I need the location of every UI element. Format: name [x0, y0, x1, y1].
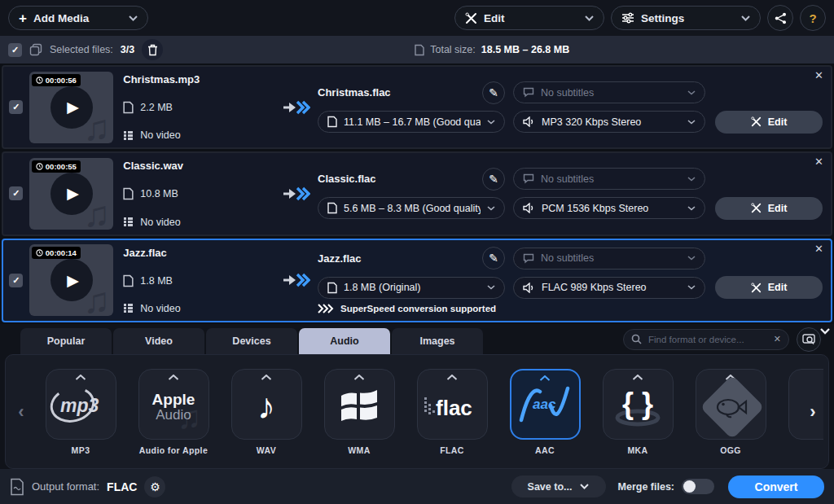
tab-images[interactable]: Images: [392, 328, 483, 354]
duration-badge: 00:00:56: [32, 74, 81, 86]
format-audio-for-apple[interactable]: ♫ Apple Audio Audio for Apple: [138, 369, 209, 455]
video-status: No video: [140, 129, 180, 141]
format-wav[interactable]: ♪ WAV: [230, 369, 302, 455]
play-button[interactable]: ▶: [50, 173, 93, 215]
superspeed-text: SuperSpeed conversion supported: [340, 304, 496, 313]
tab-devices[interactable]: Devices: [206, 328, 297, 354]
windows-logo-icon: [340, 388, 379, 424]
output-settings-button[interactable]: ⚙: [144, 476, 165, 497]
format-mp3[interactable]: mp3 MP3: [45, 369, 116, 455]
play-button[interactable]: ▶: [50, 259, 93, 301]
source-filename: Classic.wav: [123, 160, 275, 172]
select-all-checkbox[interactable]: ✓: [8, 43, 22, 57]
output-filename: Classic.flac: [318, 173, 474, 185]
merge-files-toggle[interactable]: [682, 479, 714, 494]
tab-audio[interactable]: Audio: [299, 328, 390, 354]
subtitles-value: No subtitles: [541, 252, 681, 264]
subtitles-dropdown[interactable]: No subtitles: [513, 81, 705, 103]
subtitles-value: No subtitles: [541, 87, 681, 99]
audio-codec-dropdown[interactable]: FLAC 989 Kbps Stereo: [513, 277, 705, 299]
share-icon: [775, 12, 787, 24]
toolbar-right-group: Edit Settings ?: [454, 5, 826, 31]
edit-file-button[interactable]: Edit: [715, 197, 823, 220]
save-to-label: Save to...: [528, 481, 573, 493]
file-thumbnail[interactable]: 00:00:14 ▶ ♫: [29, 244, 113, 316]
search-input[interactable]: [623, 329, 789, 350]
chevron-down-icon: [687, 285, 696, 290]
superspeed-icon: [318, 304, 334, 313]
file-list: ✓ 00:00:56 ▶ ♫ Christmas.mp3 2.2 MB No v…: [0, 64, 834, 324]
format-ogg[interactable]: OGG: [695, 369, 766, 455]
remove-file-button[interactable]: ✕: [814, 243, 823, 254]
help-button[interactable]: ?: [800, 5, 826, 31]
share-button[interactable]: [767, 5, 793, 31]
tools-icon: [465, 12, 477, 24]
file-checkbox[interactable]: ✓: [9, 274, 23, 287]
carousel-left-arrow[interactable]: ‹: [11, 401, 32, 423]
carousel-right-arrow[interactable]: ›: [802, 401, 823, 423]
output-size-dropdown[interactable]: 5.6 MB – 8.3 MB (Good quality): [318, 197, 505, 219]
mka-logo-icon: { }: [608, 379, 667, 428]
device-detect-button[interactable]: [797, 327, 821, 352]
file-thumbnail[interactable]: 00:00:55 ▶ ♫: [29, 158, 113, 230]
copy-files-icon: [29, 43, 42, 56]
clear-search-icon[interactable]: ✕: [774, 334, 781, 344]
audio-codec-dropdown[interactable]: MP3 320 Kbps Stereo: [513, 111, 705, 133]
output-size-dropdown[interactable]: 1.8 MB (Original): [318, 277, 505, 299]
output-size-dropdown[interactable]: 11.1 MB – 16.7 MB (Good quality): [318, 111, 505, 133]
rename-button[interactable]: ✎: [482, 168, 505, 191]
mp3-logo-icon: mp3: [50, 383, 112, 424]
source-size: 1.8 MB: [140, 275, 173, 287]
rename-button[interactable]: ✎: [482, 81, 505, 104]
chevron-down-icon: [687, 177, 696, 182]
duration-badge: 00:00:14: [32, 247, 81, 259]
format-label: Audio for Apple: [139, 445, 208, 455]
format-mka[interactable]: { } MKA: [602, 369, 674, 455]
format-tabs-bar: Popular Video Devices Audio Images ✕: [0, 324, 834, 354]
edit-file-button[interactable]: Edit: [715, 111, 823, 134]
format-label: MP3: [72, 445, 90, 455]
chevron-down-icon: [585, 15, 594, 21]
flac-logo-icon: flac: [423, 386, 481, 422]
tab-video[interactable]: Video: [113, 328, 204, 354]
file-checkbox[interactable]: ✓: [9, 186, 23, 200]
chevron-down-icon: [487, 120, 495, 125]
clock-icon: [36, 249, 43, 256]
output-filename: Christmas.flac: [318, 86, 474, 99]
delete-files-button[interactable]: [142, 39, 163, 60]
file-row: ✓ 00:00:56 ▶ ♫ Christmas.mp3 2.2 MB No v…: [2, 65, 832, 149]
subtitles-dropdown[interactable]: No subtitles: [513, 248, 705, 270]
file-thumbnail[interactable]: 00:00:56 ▶ ♫: [29, 72, 113, 143]
convert-button[interactable]: Convert: [728, 476, 824, 498]
file-row-selected: ✓ 00:00:14 ▶ ♫ Jazz.flac 1.8 MB No video…: [2, 239, 832, 322]
selected-files-label: Selected files:: [50, 44, 113, 55]
edit-menu-button[interactable]: Edit: [454, 6, 604, 30]
trash-icon: [147, 44, 158, 56]
search-field-wrap: ✕: [623, 329, 789, 350]
format-aac-selected[interactable]: aac AAC: [509, 369, 581, 455]
save-to-dropdown[interactable]: Save to...: [511, 476, 606, 497]
subtitles-dropdown[interactable]: No subtitles: [513, 168, 705, 190]
format-wma[interactable]: WMA: [323, 369, 395, 455]
aac-logo-icon: aac: [518, 383, 572, 425]
tab-popular[interactable]: Popular: [20, 328, 112, 354]
chevron-up-icon: [261, 375, 272, 380]
play-button[interactable]: ▶: [50, 86, 93, 129]
audio-codec-dropdown[interactable]: PCM 1536 Kbps Stereo: [513, 197, 705, 219]
duration-text: 00:00:14: [46, 248, 77, 257]
add-media-button[interactable]: + Add Media: [8, 6, 148, 30]
settings-menu-button[interactable]: Settings: [611, 6, 761, 30]
output-format-label: Output format:: [32, 480, 99, 493]
collapse-panel-button[interactable]: [819, 327, 831, 335]
file-checkbox[interactable]: ✓: [9, 100, 23, 114]
clock-icon: [36, 77, 43, 84]
chevron-down-icon: [487, 285, 495, 290]
remove-file-button[interactable]: ✕: [814, 70, 823, 81]
music-note-logo-icon: ♪: [257, 386, 275, 427]
total-size-group: Total size: 18.5 MB – 26.8 MB: [415, 44, 569, 56]
device-search-icon: [802, 334, 815, 345]
remove-file-button[interactable]: ✕: [814, 156, 823, 167]
format-flac[interactable]: flac FLAC: [416, 369, 488, 455]
rename-button[interactable]: ✎: [482, 247, 505, 270]
edit-file-button[interactable]: Edit: [715, 276, 823, 299]
